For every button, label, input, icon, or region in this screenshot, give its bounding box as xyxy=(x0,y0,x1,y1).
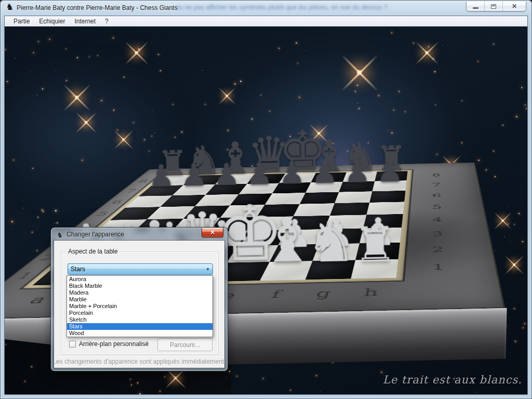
close-icon: ✕ xyxy=(512,3,517,10)
dropdown-option-sketch[interactable]: Sketch xyxy=(67,316,212,323)
blurred-background-window-text: ou ne pas afficher les symboles plutôt q… xyxy=(176,4,388,11)
rank-label-2: 2 xyxy=(429,245,447,254)
checkbox[interactable] xyxy=(69,341,76,348)
dialog-status-text: Les changements d'apparence sont appliqu… xyxy=(55,355,224,367)
checkbox-label: Arrière-plan personnalisé xyxy=(79,340,149,348)
file-label-f: f xyxy=(249,288,302,301)
star xyxy=(24,381,25,382)
star xyxy=(131,384,132,385)
chess-piece-white-rook-h1[interactable]: ♜♜ xyxy=(348,220,402,270)
board-square-f6[interactable] xyxy=(300,192,339,204)
window-title: Pierre-Marie Baty contre Pierre-Marie Ba… xyxy=(17,4,177,11)
maximize-button[interactable] xyxy=(485,2,503,11)
knight-icon: ♞ xyxy=(57,231,63,239)
minimize-icon xyxy=(473,7,478,9)
rank-label-7: 7 xyxy=(430,182,444,188)
dropdown-option-marble-porcelain[interactable]: Marble + Porcelain xyxy=(67,303,212,310)
rank-label-6: 6 xyxy=(430,192,444,198)
turn-indicator-text: Le trait est aux blancs. xyxy=(383,374,522,386)
close-icon: ✕ xyxy=(210,229,215,236)
file-label-g: g xyxy=(298,287,349,300)
menu-internet[interactable]: Internet xyxy=(70,17,100,26)
rank-label-1: 1 xyxy=(429,262,448,272)
star xyxy=(130,372,130,373)
restore-icon xyxy=(491,4,496,9)
board-square-h6[interactable] xyxy=(369,191,405,203)
menu-bar: Partie Echiquier Internet ? xyxy=(5,16,527,26)
rank-label-4: 4 xyxy=(429,216,445,223)
custom-background-checkbox-row[interactable]: Arrière-plan personnalisé xyxy=(69,340,149,348)
dialog-client-area: Aspect de la table Stars ▼ AuroraBlack M… xyxy=(54,241,224,368)
star xyxy=(159,391,161,392)
dropdown-option-aurora[interactable]: Aurora xyxy=(67,276,212,283)
star xyxy=(5,344,6,345)
dropdown-option-porcelain[interactable]: Porcelain xyxy=(67,310,212,316)
bright-star-icon xyxy=(174,376,178,380)
menu-partie[interactable]: Partie xyxy=(9,17,34,26)
star xyxy=(137,382,138,383)
dialog-title: Changer l'apparence xyxy=(66,231,124,238)
star xyxy=(229,371,230,372)
dropdown-option-wood[interactable]: Wood xyxy=(67,330,212,337)
star xyxy=(130,379,131,380)
close-button[interactable]: ✕ xyxy=(503,2,526,11)
knight-icon: ♞ xyxy=(6,3,14,12)
dropdown-option-madera[interactable]: Madera xyxy=(67,289,212,296)
menu-help[interactable]: ? xyxy=(100,17,113,26)
combobox-dropdown-list: AuroraBlack MarbleMaderaMarbleMarble + P… xyxy=(66,275,213,337)
rank-label-8: 8 xyxy=(430,172,443,178)
star xyxy=(164,376,165,377)
groupbox-label: Aspect de la table xyxy=(66,248,119,255)
window-titlebar: ♞ Pierre-Marie Baty contre Pierre-Marie … xyxy=(0,0,532,16)
combobox-value: Stars xyxy=(68,265,203,273)
rank-label-5: 5 xyxy=(430,204,445,210)
board-square-g6[interactable] xyxy=(335,191,372,203)
browse-button[interactable]: Parcourir... xyxy=(157,338,212,351)
chess-piece-black-pawn-h7[interactable]: ♟♟ xyxy=(370,156,409,187)
dialog-close-button[interactable]: ✕ xyxy=(202,228,223,237)
dropdown-option-stars[interactable]: Stars xyxy=(67,323,212,330)
table-aspect-combobox[interactable]: Stars ▼ xyxy=(68,263,213,275)
star xyxy=(226,377,227,377)
minimize-button[interactable] xyxy=(467,2,485,11)
star xyxy=(139,393,141,394)
dropdown-option-marble[interactable]: Marble xyxy=(67,296,212,303)
star xyxy=(193,373,194,373)
rank-label-3: 3 xyxy=(429,230,446,238)
change-appearance-dialog: ♞ Changer l'apparence ✕ Aspect de la tab… xyxy=(51,228,228,371)
dropdown-option-black-marble[interactable]: Black Marble xyxy=(67,283,212,289)
chevron-down-icon: ▼ xyxy=(203,267,212,272)
menu-echiquier[interactable]: Echiquier xyxy=(34,17,70,26)
app-window: ♞ Pierre-Marie Baty contre Pierre-Marie … xyxy=(0,0,532,399)
window-controls: ✕ xyxy=(466,2,526,11)
file-label-h: h xyxy=(346,286,395,299)
star xyxy=(31,366,32,367)
